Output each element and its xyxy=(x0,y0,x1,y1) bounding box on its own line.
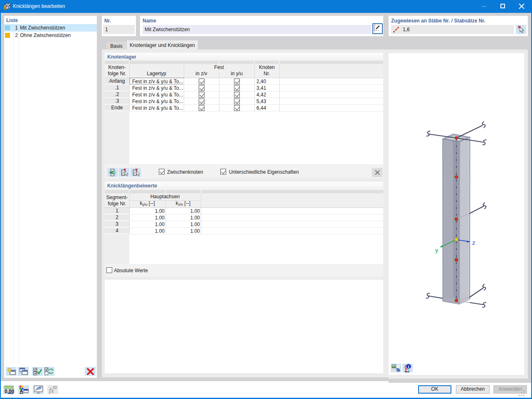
svg-text:i: i xyxy=(408,365,409,369)
svg-text:0.00: 0.00 xyxy=(5,388,14,394)
svg-text:y: y xyxy=(435,246,438,254)
svg-text:A: A xyxy=(20,389,23,394)
svg-text:z: z xyxy=(472,239,475,246)
svg-text:6: 6 xyxy=(3,5,7,10)
